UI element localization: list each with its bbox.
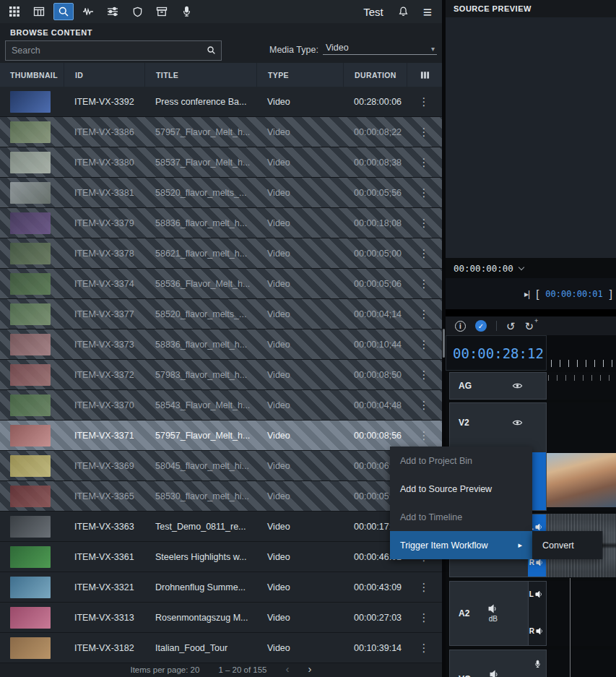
row-menu-button[interactable]: ⋮ (407, 186, 442, 199)
table-row[interactable]: ITEM-VX-3361 Steelers Highlights w... Vi… (0, 542, 442, 572)
microphone-icon[interactable] (534, 659, 542, 672)
column-duration[interactable]: DURATION (343, 63, 407, 87)
row-menu-button[interactable]: ⋮ (407, 368, 442, 381)
context-menu-item[interactable]: Add to Source Preview (390, 475, 532, 503)
archive-button[interactable] (152, 3, 172, 20)
track-vo-header[interactable]: VO dB (449, 650, 547, 677)
table-row[interactable]: ITEM-VX-3379 58836_flavor_melt_h... Vide… (0, 208, 442, 238)
column-thumbnail[interactable]: THUMBNAIL (0, 63, 64, 87)
timeline-timecode-row: 00:00:28:12 (446, 335, 616, 371)
table-row[interactable]: ITEM-VX-3378 58621_flavor_melt_h... Vide… (0, 238, 442, 269)
scrollbar-thumb[interactable] (443, 329, 445, 358)
eye-icon[interactable] (512, 382, 523, 389)
context-menu-item-label: Add to Source Preview (400, 484, 492, 494)
table-row[interactable]: ITEM-VX-3365 58530_flavor_melt_hi... Vid… (0, 481, 442, 512)
table-row[interactable]: ITEM-VX-3369 58045_flavor_melt_hi... Vid… (0, 451, 442, 481)
playhead-line[interactable] (570, 578, 571, 677)
sliders-button[interactable] (103, 3, 123, 20)
row-thumbnail (0, 273, 64, 295)
context-menu-item-label: Add to Timeline (400, 512, 462, 522)
row-menu-button[interactable]: ⋮ (407, 642, 442, 655)
table-row[interactable]: ITEM-VX-3381 58520_flavor_melts_... Vide… (0, 178, 442, 208)
row-title: Press conference Ba... (144, 97, 256, 107)
mark-out-icon[interactable]: ] (610, 288, 612, 300)
items-per-page-value[interactable]: 20 (191, 665, 200, 674)
microphone-button[interactable] (176, 3, 196, 20)
search-nav-button[interactable] (53, 3, 74, 20)
info-icon[interactable]: i (455, 321, 466, 332)
undo-icon[interactable]: ↺ (506, 321, 516, 332)
notifications-button[interactable] (398, 6, 409, 17)
table-row[interactable]: ITEM-VX-3372 57983_flavor_melt_h... Vide… (0, 360, 442, 390)
search-input[interactable] (6, 46, 201, 56)
track-volume[interactable]: dB (490, 670, 499, 677)
table-view-button[interactable] (29, 3, 49, 20)
row-title: Steelers Highlights w... (144, 552, 256, 562)
chevron-down-icon (519, 264, 524, 269)
table-row[interactable]: ITEM-VX-3182 Italian_Food_Tour Video 00:… (0, 633, 442, 663)
context-menu-item[interactable]: Add to Project Bin (390, 447, 532, 475)
table-row[interactable]: ITEM-VX-3313 Rosenmontagszug M... Video … (0, 603, 442, 633)
column-settings-button[interactable] (407, 63, 442, 87)
row-menu-button[interactable]: ⋮ (407, 277, 442, 290)
table-row[interactable]: ITEM-VX-3392 Press conference Ba... Vide… (0, 87, 442, 117)
apps-grid-button[interactable] (4, 3, 25, 20)
track-v2-lane (547, 402, 616, 511)
table-row[interactable]: ITEM-VX-3386 57957_Flavor_Melt_h... Vide… (0, 117, 442, 147)
row-menu-button[interactable]: ⋮ (407, 308, 442, 321)
media-type-select[interactable]: Video ▾ (323, 43, 437, 55)
row-title: 57957_Flavor_Melt_h... (144, 127, 256, 137)
row-menu-button[interactable]: ⋮ (407, 95, 442, 108)
table-row[interactable]: ITEM-VX-3370 58543_Flavor_Melt_h... Vide… (0, 390, 442, 421)
table-row[interactable]: ITEM-VX-3380 58537_Flavor_Melt_h... Vide… (0, 147, 442, 178)
shield-button[interactable] (127, 3, 147, 20)
row-menu-button[interactable]: ⋮ (407, 247, 442, 260)
add-track-icon[interactable]: ↻ + (525, 321, 534, 332)
table-row[interactable]: ITEM-VX-3374 58536_Flavor_Melt_h... Vide… (0, 269, 442, 299)
table-row[interactable]: ITEM-VX-3371 57957_Flavor_Melt_h... Vide… (0, 421, 442, 451)
row-id: ITEM-VX-3370 (64, 400, 144, 410)
row-menu-button[interactable]: ⋮ (407, 429, 442, 442)
track-ag-header[interactable]: AG (449, 372, 547, 400)
check-icon[interactable]: ✓ (475, 320, 487, 332)
column-id[interactable]: ID (64, 63, 144, 87)
row-menu-button[interactable]: ⋮ (407, 611, 442, 624)
context-menu-item[interactable]: Add to Timeline (390, 503, 532, 531)
eye-icon[interactable] (512, 419, 523, 426)
table-row[interactable]: ITEM-VX-3321 Drohnenflug Summe... Video … (0, 572, 442, 603)
submenu-item[interactable]: Convert (532, 531, 602, 559)
row-type: Video (256, 218, 343, 228)
row-menu-button[interactable]: ⋮ (407, 156, 442, 169)
go-to-in-button[interactable]: ▸| (524, 289, 529, 299)
row-menu-button[interactable]: ⋮ (407, 126, 442, 139)
column-title[interactable]: TITLE (144, 63, 256, 87)
table-row[interactable]: ITEM-VX-3377 58520_flavor_melts_... Vide… (0, 299, 442, 329)
row-id: ITEM-VX-3379 (64, 218, 144, 228)
row-duration: 00:00:08;50 (343, 370, 407, 380)
row-menu-button[interactable]: ⋮ (407, 581, 442, 594)
items-per-page[interactable]: Items per page: 20 (130, 665, 199, 674)
row-menu-button[interactable]: ⋮ (407, 399, 442, 412)
prev-page-button[interactable]: ‹ (286, 665, 290, 673)
hamburger-menu-icon[interactable]: ≡ (423, 4, 432, 20)
next-page-button[interactable]: › (308, 665, 312, 673)
search-icon (207, 46, 216, 55)
search-submit-button[interactable] (201, 46, 221, 55)
row-menu-button[interactable]: ⋮ (407, 338, 442, 351)
timeline-ruler[interactable] (547, 335, 616, 371)
user-menu-label[interactable]: Test (363, 6, 383, 18)
row-menu-button[interactable]: ⋮ (407, 217, 442, 230)
sliders-icon (107, 6, 118, 17)
column-type[interactable]: TYPE (256, 63, 343, 87)
row-duration: 00:00:43:09 (343, 582, 407, 592)
track-a2-header[interactable]: A2 dB L R (449, 581, 547, 646)
table-row[interactable]: ITEM-VX-3363 Test_Demo_0811_re... Video … (0, 512, 442, 542)
table-row[interactable]: ITEM-VX-3373 58836_flavor_melt_h... Vide… (0, 329, 442, 360)
context-menu-item[interactable]: Trigger Item Workflow ▸ (390, 531, 532, 559)
track-volume[interactable]: dB (488, 604, 498, 623)
waveform-button[interactable] (78, 3, 98, 20)
source-timecode-dropdown[interactable]: 00:00:00:00 (446, 258, 616, 278)
timeline-clip-thumbnail[interactable] (547, 453, 616, 507)
mark-in-icon[interactable]: [ (536, 288, 539, 300)
timeline-timecode[interactable]: 00:00:28:12 (446, 335, 547, 371)
